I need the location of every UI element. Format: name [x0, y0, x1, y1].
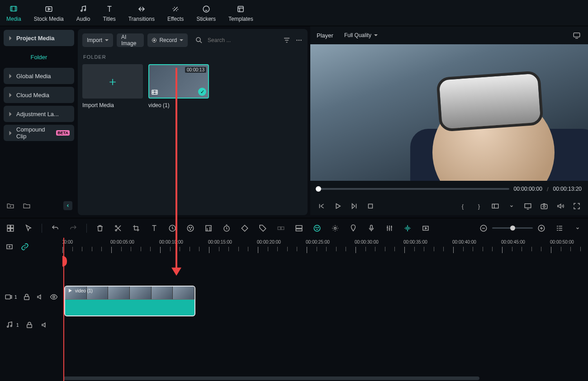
search-box[interactable]	[191, 33, 279, 47]
svg-rect-36	[296, 229, 302, 231]
sidebar-item-cloud-media[interactable]: Cloud Media	[4, 87, 74, 103]
ai-image-button[interactable]: AI Image	[117, 33, 144, 47]
delete-icon[interactable]	[95, 223, 105, 233]
add-track-icon[interactable]	[5, 242, 14, 252]
zoom-control[interactable]	[479, 223, 546, 233]
audio-track-header[interactable]: 1	[0, 311, 62, 339]
prev-frame-icon[interactable]	[317, 201, 327, 211]
monitor-icon[interactable]	[523, 201, 533, 211]
sidebar-item-global-media[interactable]: Global Media	[4, 68, 74, 84]
progress-bar[interactable]: 00:00:00:00 / 00:00:13:20	[310, 181, 588, 197]
sidebar-item-compound-clip[interactable]: Compound Clip BETA	[4, 125, 74, 141]
sidebar-item-adjustment-layer[interactable]: Adjustment La...	[4, 106, 74, 122]
play-forward-icon[interactable]	[349, 201, 359, 211]
lock-icon[interactable]	[24, 320, 34, 330]
duration-icon[interactable]	[222, 223, 232, 233]
volume-icon[interactable]	[555, 201, 565, 211]
zoom-out-icon[interactable]	[479, 223, 488, 233]
render-icon[interactable]	[421, 223, 431, 233]
beat-icon[interactable]	[403, 223, 413, 233]
redo-icon[interactable]	[68, 223, 78, 233]
new-bin-icon[interactable]	[22, 201, 32, 211]
track-header-gutter: 1 1	[0, 238, 62, 381]
split-icon[interactable]	[113, 223, 123, 233]
svg-rect-16	[492, 204, 498, 208]
filter-icon[interactable]	[283, 35, 291, 45]
color-icon[interactable]	[185, 223, 195, 233]
more-icon[interactable]	[295, 35, 303, 45]
sidebar-item-folder[interactable]: Folder	[4, 49, 74, 65]
tab-transitions[interactable]: Transitions	[128, 4, 155, 22]
mark-out-icon[interactable]: }	[474, 201, 484, 211]
ai-icon[interactable]	[312, 223, 322, 233]
chevron-down-icon[interactable]	[507, 201, 517, 211]
video-track[interactable]: video (1)	[62, 283, 588, 311]
marker-icon[interactable]	[348, 223, 358, 233]
stop-icon[interactable]	[365, 201, 375, 211]
crop-icon[interactable]	[131, 223, 141, 233]
adjust-icon[interactable]	[204, 223, 213, 233]
timeline: 1 1 00:0000:00:05:0000:00:10:0000:00:15:…	[0, 238, 588, 381]
tab-effects[interactable]: Effects	[167, 4, 184, 22]
svg-point-25	[115, 230, 117, 231]
lock-icon[interactable]	[23, 292, 31, 302]
preview-viewport[interactable]	[310, 44, 588, 181]
cursor-icon[interactable]	[24, 223, 33, 233]
timeline-tracks[interactable]: 00:0000:00:05:0000:00:10:0000:00:15:0000…	[62, 238, 588, 381]
media-icon	[9, 4, 19, 14]
keyframe-icon[interactable]	[240, 223, 250, 233]
aspect-ratio-icon[interactable]	[490, 201, 500, 211]
svg-rect-17	[525, 204, 531, 208]
progress-track[interactable]	[317, 188, 509, 190]
mute-icon[interactable]	[36, 292, 44, 302]
time-ruler[interactable]: 00:0000:00:05:0000:00:10:0000:00:15:0000…	[62, 238, 588, 256]
layout-icon[interactable]	[5, 223, 15, 233]
collapse-sidebar-button[interactable]	[63, 201, 72, 210]
record-dropdown[interactable]: Record	[147, 33, 188, 47]
zoom-slider[interactable]	[492, 227, 533, 229]
tab-templates[interactable]: Templates	[228, 4, 253, 22]
play-icon	[67, 288, 73, 293]
zoom-in-icon[interactable]	[536, 223, 546, 233]
new-folder-icon[interactable]	[5, 201, 15, 211]
display-settings-icon[interactable]	[572, 30, 582, 40]
player-controls: { }	[310, 197, 588, 215]
speed-icon[interactable]	[167, 223, 177, 233]
tag-icon[interactable]	[258, 223, 268, 233]
undo-icon[interactable]	[50, 223, 60, 233]
chevron-down-icon[interactable]	[573, 223, 583, 233]
tab-stickers[interactable]: Stickers	[196, 4, 216, 22]
tab-label: Stickers	[196, 16, 216, 22]
svg-rect-23	[11, 228, 14, 231]
mute-icon[interactable]	[40, 320, 50, 330]
quality-dropdown[interactable]: Full Quality	[340, 28, 382, 42]
search-input[interactable]	[207, 37, 276, 44]
import-dropdown[interactable]: Import	[82, 33, 113, 47]
link-icon[interactable]	[20, 242, 30, 252]
motion-icon[interactable]	[330, 223, 340, 233]
tab-titles[interactable]: Titles	[103, 4, 115, 22]
tab-audio[interactable]: Audio	[76, 4, 90, 22]
detach-audio-icon[interactable]	[294, 223, 304, 233]
snapshot-icon[interactable]	[539, 201, 549, 211]
timeline-view-icon[interactable]	[555, 223, 564, 233]
visibility-icon[interactable]	[50, 292, 58, 302]
voiceover-icon[interactable]	[366, 223, 376, 233]
beta-badge: BETA	[56, 130, 70, 136]
text-icon[interactable]	[149, 223, 159, 233]
mark-in-icon[interactable]: {	[458, 201, 468, 211]
import-media-tile[interactable]: ＋ Import Media	[82, 64, 143, 108]
audio-mixer-icon[interactable]	[384, 223, 394, 233]
video-track-header[interactable]: 1	[0, 283, 62, 311]
tab-media[interactable]: Media	[6, 4, 21, 22]
group-icon[interactable]	[276, 223, 286, 233]
timeline-scrollbar[interactable]	[62, 376, 583, 380]
play-icon[interactable]	[333, 201, 343, 211]
sidebar-item-project-media[interactable]: Project Media	[4, 30, 74, 46]
chevron-right-icon	[9, 131, 12, 135]
tab-stock-media[interactable]: Stock Media	[34, 4, 64, 22]
fullscreen-icon[interactable]	[572, 201, 582, 211]
media-clip-tile[interactable]: 00:00:13 ✓ video (1)	[148, 64, 209, 108]
playhead[interactable]	[63, 238, 64, 381]
audio-track[interactable]	[62, 311, 588, 339]
